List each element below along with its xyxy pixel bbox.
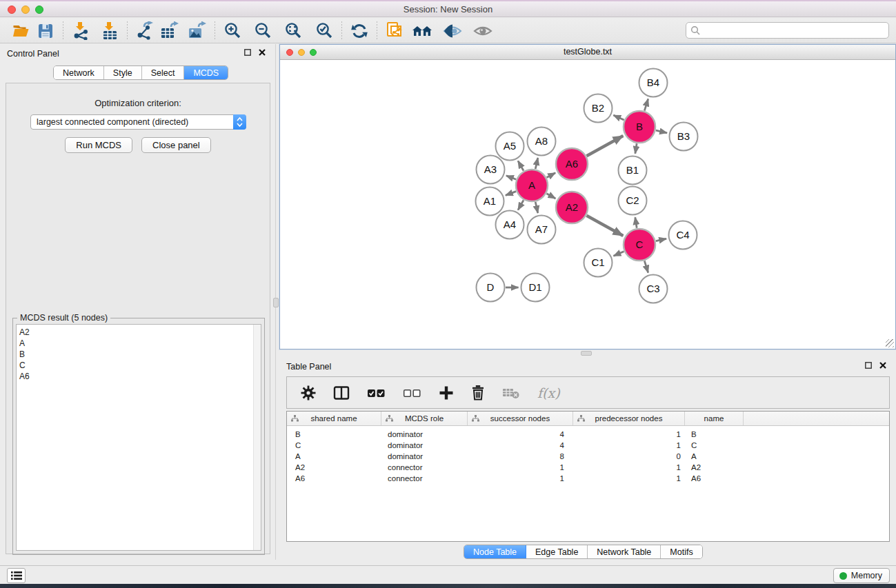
graph-edge[interactable] bbox=[518, 161, 524, 170]
graph-node-A1[interactable]: A1 bbox=[476, 187, 504, 216]
table-cell[interactable]: B bbox=[287, 429, 381, 440]
import-network-button[interactable] bbox=[68, 20, 93, 42]
graph-edge[interactable] bbox=[506, 176, 516, 179]
graph-edge[interactable] bbox=[506, 192, 516, 196]
close-panel-icon[interactable] bbox=[259, 49, 266, 56]
zoom-in-button[interactable] bbox=[220, 20, 245, 42]
table-row[interactable]: A2connector11A2 bbox=[287, 462, 889, 473]
table-cell[interactable]: 1 bbox=[573, 473, 685, 484]
task-history-button[interactable] bbox=[7, 568, 26, 583]
graph-edge[interactable] bbox=[644, 99, 648, 110]
network-window-titlebar[interactable]: testGlobe.txt bbox=[280, 45, 895, 60]
graph-node-C2[interactable]: C2 bbox=[619, 187, 647, 215]
graph-edge[interactable] bbox=[535, 202, 538, 213]
graph-node-B1[interactable]: B1 bbox=[619, 156, 647, 185]
result-list-item[interactable]: A bbox=[17, 338, 261, 349]
result-list-item[interactable]: C bbox=[17, 360, 261, 371]
table-row[interactable]: A6connector11A6 bbox=[287, 473, 889, 484]
table-cell[interactable]: A2 bbox=[685, 462, 744, 473]
column-header-mcds-role[interactable]: MCDS role bbox=[381, 412, 468, 425]
table-cell[interactable]: 0 bbox=[573, 451, 685, 462]
tab-network-table[interactable]: Network Table bbox=[588, 545, 661, 558]
mcds-result-list[interactable]: A2ABCA6 bbox=[16, 324, 261, 551]
search-box[interactable] bbox=[686, 22, 889, 39]
table-cell[interactable]: 4 bbox=[468, 429, 573, 440]
tab-node-table[interactable]: Node Table bbox=[464, 545, 526, 558]
result-list-item[interactable]: A2 bbox=[17, 327, 261, 338]
criterion-dropdown[interactable]: largest connected component (directed) bbox=[30, 114, 246, 130]
graph-edge[interactable] bbox=[656, 130, 667, 133]
graph-node-A3[interactable]: A3 bbox=[477, 156, 505, 184]
graph-edge[interactable] bbox=[635, 217, 637, 228]
show-columns-icon[interactable] bbox=[333, 385, 350, 401]
zoom-fit-button[interactable] bbox=[281, 20, 306, 42]
deselect-all-checkboxes-icon[interactable] bbox=[403, 385, 421, 401]
function-builder-icon[interactable]: f(x) bbox=[537, 385, 560, 401]
table-cell[interactable]: 1 bbox=[573, 440, 685, 451]
graph-node-B[interactable]: B bbox=[624, 111, 655, 143]
column-header-predecessor-nodes[interactable]: predecessor nodes bbox=[573, 412, 685, 425]
float-panel-icon[interactable] bbox=[865, 362, 872, 369]
graph-node-C[interactable]: C bbox=[624, 229, 655, 261]
select-all-checkboxes-icon[interactable] bbox=[367, 385, 386, 401]
table-cell[interactable]: dominator bbox=[381, 429, 468, 440]
graph-edge[interactable] bbox=[518, 200, 524, 210]
search-input[interactable] bbox=[701, 26, 884, 35]
tab-select[interactable]: Select bbox=[142, 66, 185, 79]
network-canvas[interactable]: B4B2BB3A8A5A6A3B1AA1C2A2A4A7C4CC1DD1C3 bbox=[280, 60, 895, 349]
table-cell[interactable]: dominator bbox=[381, 440, 468, 451]
table-cell[interactable]: 1 bbox=[468, 462, 573, 473]
graph-node-A5[interactable]: A5 bbox=[496, 132, 524, 161]
tab-style[interactable]: Style bbox=[104, 66, 142, 79]
tab-network[interactable]: Network bbox=[54, 66, 104, 79]
zoom-out-button[interactable] bbox=[250, 20, 275, 42]
graph-edge[interactable] bbox=[546, 194, 555, 199]
column-header-successor-nodes[interactable]: successor nodes bbox=[468, 412, 573, 425]
resize-grip[interactable] bbox=[886, 339, 894, 347]
memory-button[interactable]: Memory bbox=[833, 568, 890, 583]
result-list-item[interactable]: A6 bbox=[17, 371, 261, 382]
graph-edge[interactable] bbox=[535, 158, 538, 169]
tab-edge-table[interactable]: Edge Table bbox=[526, 545, 588, 558]
export-network-button[interactable] bbox=[132, 20, 157, 42]
network-graph[interactable]: B4B2BB3A8A5A6A3B1AA1C2A2A4A7C4CC1DD1C3 bbox=[280, 60, 895, 349]
close-panel-button[interactable]: Close panel bbox=[141, 137, 211, 153]
graph-edge[interactable] bbox=[613, 115, 624, 120]
run-mcds-button[interactable]: Run MCDS bbox=[65, 137, 132, 153]
table-cell[interactable]: C bbox=[685, 440, 744, 451]
graph-node-A[interactable]: A bbox=[516, 170, 548, 201]
first-neighbors-button[interactable] bbox=[410, 20, 435, 42]
table-row[interactable]: Bdominator41B bbox=[287, 429, 889, 440]
table-cell[interactable]: 1 bbox=[468, 473, 573, 484]
table-cell[interactable]: connector bbox=[381, 462, 468, 473]
graph-edge[interactable] bbox=[586, 216, 623, 236]
graph-node-D[interactable]: D bbox=[477, 274, 505, 302]
graph-edge[interactable] bbox=[644, 261, 648, 272]
delete-table-icon[interactable] bbox=[502, 386, 520, 400]
open-session-button[interactable] bbox=[8, 20, 33, 42]
table-cell[interactable]: 8 bbox=[468, 451, 573, 462]
table-cell[interactable]: connector bbox=[381, 473, 468, 484]
graph-node-A7[interactable]: A7 bbox=[528, 216, 556, 244]
table-cell[interactable]: A6 bbox=[287, 473, 381, 484]
tab-motifs[interactable]: Motifs bbox=[661, 545, 701, 558]
graph-node-C4[interactable]: C4 bbox=[669, 221, 697, 250]
horizontal-split-handle[interactable] bbox=[581, 351, 592, 356]
result-list-item[interactable]: B bbox=[17, 349, 261, 360]
table-cell[interactable]: B bbox=[685, 429, 744, 440]
table-row[interactable]: Adominator80A bbox=[287, 451, 889, 462]
graph-node-A8[interactable]: A8 bbox=[528, 128, 556, 156]
table-cell[interactable]: A bbox=[685, 451, 744, 462]
float-panel-icon[interactable] bbox=[244, 49, 251, 56]
graph-edge[interactable] bbox=[613, 252, 624, 256]
refresh-layout-button[interactable] bbox=[347, 20, 372, 42]
export-image-button[interactable] bbox=[185, 20, 210, 42]
table-cell[interactable]: C bbox=[287, 440, 381, 451]
graph-node-C1[interactable]: C1 bbox=[584, 249, 613, 277]
graph-node-A2[interactable]: A2 bbox=[556, 192, 588, 223]
table-settings-gear-icon[interactable] bbox=[301, 385, 316, 401]
graph-node-B3[interactable]: B3 bbox=[670, 123, 698, 151]
show-all-button[interactable] bbox=[470, 20, 495, 42]
graph-edge[interactable] bbox=[547, 173, 556, 178]
column-header-name[interactable]: name bbox=[685, 412, 744, 425]
